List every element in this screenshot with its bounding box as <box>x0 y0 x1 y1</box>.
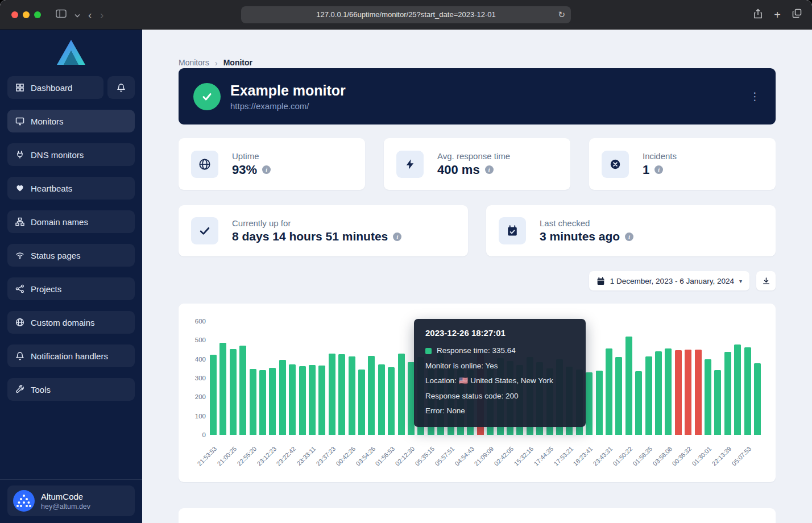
download-button[interactable] <box>756 271 776 290</box>
sidebar-item-monitors[interactable]: Monitors <box>7 110 135 132</box>
x-tick-label: 01:50:22 <box>612 445 634 467</box>
minimize-window-button[interactable] <box>23 11 30 18</box>
y-tick-label: 100 <box>184 412 206 420</box>
chart-bar[interactable] <box>210 355 217 435</box>
tooltip-error: Error: None <box>425 404 574 419</box>
sidebar-item-heartbeats[interactable]: Heartbeats <box>7 177 135 200</box>
close-window-button[interactable] <box>11 11 18 18</box>
chart-bar[interactable] <box>259 370 266 435</box>
info-icon[interactable]: i <box>485 165 494 174</box>
chart-bar[interactable] <box>645 356 652 435</box>
chart-bar[interactable] <box>398 354 405 435</box>
sitemap-icon <box>15 217 24 226</box>
chart-bar[interactable] <box>358 370 365 435</box>
tooltip-title: 2023-12-26 18:27:01 <box>425 328 574 338</box>
sidebar-item-label: Projects <box>31 284 61 294</box>
response-time-chart: 0100200300400500600 21:53:5321:00:2522:5… <box>179 304 776 482</box>
chart-bar[interactable] <box>695 350 702 435</box>
breadcrumb-monitors-link[interactable]: Monitors <box>179 58 209 67</box>
chart-bar[interactable] <box>586 372 593 435</box>
chart-bar[interactable] <box>309 365 316 435</box>
url-bar[interactable]: 127.0.0.1/66uptime/monitor/25?start_date… <box>241 6 571 23</box>
chart-bar[interactable] <box>329 354 335 435</box>
bolt-icon <box>396 151 424 178</box>
bell-icon <box>15 351 24 360</box>
sidebar-item-domain-names[interactable]: Domain names <box>7 210 135 233</box>
sidebar-item-status-pages[interactable]: Status pages <box>7 244 135 267</box>
x-tick-label: 02:12:30 <box>394 445 416 467</box>
x-tick-label: 01:30:01 <box>691 445 713 467</box>
sidebar-item-dns-monitors[interactable]: DNS monitors <box>7 143 135 166</box>
chart-bar[interactable] <box>705 359 711 435</box>
monitor-header-card: Example monitor https://example.com/ ⋮ <box>179 68 776 124</box>
account-section: AltumCode hey@altum.dev <box>0 479 142 523</box>
chart-bar[interactable] <box>625 337 632 435</box>
info-icon[interactable]: i <box>393 233 401 241</box>
chart-bar[interactable] <box>230 349 237 435</box>
chart-bar[interactable] <box>239 346 246 435</box>
sidebar-item-tools[interactable]: Tools <box>7 378 135 401</box>
x-tick-label: 17:44:35 <box>532 445 554 467</box>
chart-bar[interactable] <box>675 350 682 435</box>
monitor-title: Example monitor <box>230 82 346 99</box>
chart-bar[interactable] <box>338 354 345 435</box>
chart-bar[interactable] <box>368 356 375 435</box>
chart-bar[interactable] <box>754 363 761 435</box>
last-checked-value: 3 minutes ago <box>540 230 620 243</box>
x-tick-label: 00:36:32 <box>671 445 693 467</box>
chevron-down-icon[interactable] <box>74 10 80 20</box>
info-icon[interactable]: i <box>654 165 663 174</box>
monitor-options-button[interactable]: ⋮ <box>749 90 761 103</box>
chart-bar[interactable] <box>299 366 306 435</box>
chart-bar[interactable] <box>665 348 672 435</box>
sidebar-nav: Dashboard Monitors DNS monitors Heartbea… <box>7 76 135 412</box>
x-tick-label: 02:42:05 <box>493 445 515 467</box>
forward-button[interactable]: › <box>100 9 104 20</box>
y-tick-label: 500 <box>184 336 206 344</box>
sidebar-item-label: Heartbeats <box>31 184 72 193</box>
chart-bar[interactable] <box>219 343 226 435</box>
date-range-picker[interactable]: 1 December, 2023 - 6 January, 2024 ▾ <box>589 271 749 290</box>
nodes-icon <box>15 284 24 293</box>
info-icon[interactable]: i <box>262 165 271 174</box>
chart-bar[interactable] <box>349 356 355 435</box>
breadcrumb: Monitors › Monitor <box>179 30 776 68</box>
chart-bar[interactable] <box>744 347 751 435</box>
sidebar-item-notification-handlers[interactable]: Notification handlers <box>7 344 135 367</box>
zoom-window-button[interactable] <box>34 11 41 18</box>
reload-icon[interactable]: ↻ <box>558 10 565 20</box>
monitor-status-up-icon <box>193 83 221 110</box>
account-menu[interactable]: AltumCode hey@altum.dev <box>7 485 135 516</box>
notifications-button[interactable] <box>107 76 135 99</box>
sidebar-item-label: Status pages <box>31 251 81 260</box>
chart-bar[interactable] <box>724 352 731 435</box>
sidebar-item-dashboard[interactable]: Dashboard <box>7 76 103 99</box>
chart-bar[interactable] <box>269 368 276 435</box>
sidebar-item-projects[interactable]: Projects <box>7 277 135 300</box>
chart-bar[interactable] <box>318 366 325 435</box>
new-tab-icon[interactable]: + <box>774 9 781 20</box>
chart-bar[interactable] <box>388 367 395 435</box>
chart-bar[interactable] <box>596 371 603 435</box>
stat-label: Currently up for <box>232 218 401 228</box>
signal-icon <box>15 251 24 260</box>
app-logo[interactable] <box>7 38 135 67</box>
chart-bar[interactable] <box>615 357 622 435</box>
chart-bar[interactable] <box>685 350 691 435</box>
x-tick-label: 23:43:31 <box>592 445 614 467</box>
chart-bar[interactable] <box>250 369 256 435</box>
chart-bar[interactable] <box>378 364 385 435</box>
sidebar-toggle-icon[interactable] <box>56 9 67 20</box>
info-icon[interactable]: i <box>625 233 633 241</box>
chart-bar[interactable] <box>289 364 296 435</box>
back-button[interactable]: ‹ <box>88 9 92 20</box>
share-icon[interactable] <box>753 9 763 21</box>
chart-bar[interactable] <box>279 360 286 435</box>
tab-overview-icon[interactable] <box>792 9 802 20</box>
chart-bar[interactable] <box>714 370 721 435</box>
chart-bar[interactable] <box>635 371 642 435</box>
sidebar-item-custom-domains[interactable]: Custom domains <box>7 311 135 334</box>
chart-bar[interactable] <box>734 344 741 435</box>
chart-bar[interactable] <box>655 351 662 435</box>
chart-bar[interactable] <box>606 348 612 435</box>
